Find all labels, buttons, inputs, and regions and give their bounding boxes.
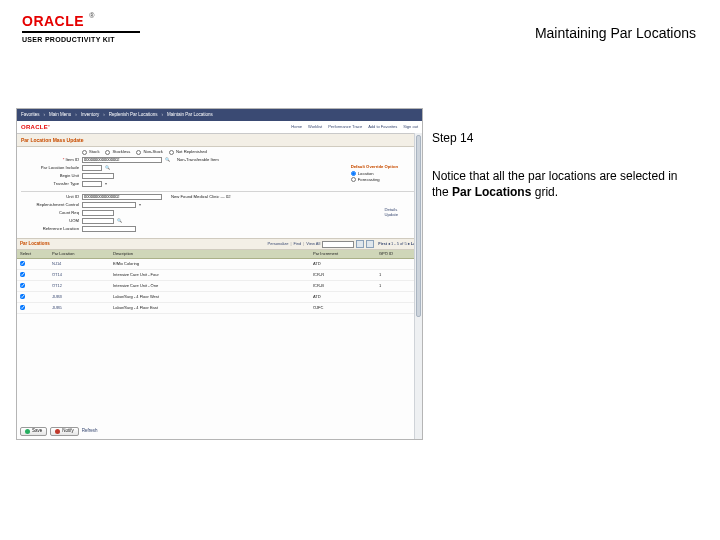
transfer-type-input[interactable] [82, 181, 102, 187]
row-checkbox[interactable] [20, 272, 25, 277]
mode-radios: Stock Stockless Non-Stock Not Replenishe… [82, 150, 207, 155]
parloc-link[interactable]: JUB3 [52, 294, 62, 299]
grid-controls: Personalize| Find| View All [268, 240, 375, 248]
app-oracle-logo: ORACLE' [21, 124, 50, 130]
notify-button[interactable]: Notify [50, 427, 79, 436]
parloc-link[interactable]: OT12 [52, 283, 62, 288]
parloc-link[interactable]: JUB5 [52, 305, 62, 310]
row-checkbox[interactable] [20, 283, 25, 288]
lookup-icon[interactable]: 🔍 [105, 166, 110, 170]
transfer-type-label: Transfer Type [21, 182, 79, 186]
col-inc[interactable]: Par Increment [310, 250, 376, 259]
parloc-link[interactable]: NJ14 [52, 261, 61, 266]
uom-input[interactable] [82, 218, 114, 224]
item-id-input[interactable] [82, 157, 162, 163]
repl-ctrl-input[interactable] [82, 202, 136, 208]
ref-loc-input[interactable] [82, 226, 136, 232]
cell-inc: OJFC [310, 303, 376, 314]
link-favorites[interactable]: Add to Favorites [368, 125, 397, 129]
find-input[interactable] [322, 241, 354, 248]
form-area: Stock Stockless Non-Stock Not Replenishe… [17, 147, 422, 238]
item-id-hint: Non-Transferable Item [177, 158, 219, 162]
instruction-bold: Par Locations [452, 185, 531, 199]
radio-notrepl-input[interactable] [169, 150, 174, 155]
radio-stock-input[interactable] [82, 150, 87, 155]
row-checkbox[interactable] [20, 261, 25, 266]
crumb-2[interactable]: Inventory [81, 113, 100, 118]
link-update[interactable]: Update [384, 213, 398, 217]
radio-nonstock[interactable]: Non-Stock [136, 150, 163, 155]
row-checkbox[interactable] [20, 294, 25, 299]
download-icon[interactable] [366, 240, 374, 248]
save-button[interactable]: Save [20, 427, 47, 436]
instruction-text-2: grid. [531, 185, 558, 199]
zoom-icon[interactable] [356, 240, 364, 248]
link-signout[interactable]: Sign out [403, 125, 418, 129]
repl-ctrl-label: Replenishment Control [21, 203, 79, 207]
scrollbar-thumb[interactable] [416, 135, 421, 317]
next-icon[interactable]: ▸ [408, 242, 410, 246]
cell-select [17, 259, 49, 270]
crumb-0[interactable]: Favorites [21, 113, 40, 118]
radio-stockless[interactable]: Stockless [105, 150, 130, 155]
link-find[interactable]: Find [294, 242, 302, 246]
radio-stock[interactable]: Stock [82, 150, 99, 155]
cell-parloc: NJ14 [49, 259, 110, 270]
link-home[interactable]: Home [291, 125, 302, 129]
first-link[interactable]: First [378, 242, 387, 246]
left-col: Par Location Include🔍 Begin Unit Transfe… [21, 165, 114, 189]
scrollbar[interactable] [414, 133, 422, 439]
unit-id-input[interactable] [82, 194, 162, 200]
right-col: Default Override Option Location Forecas… [351, 165, 398, 189]
radio-stockless-input[interactable] [105, 150, 110, 155]
par-locations-grid: Select Par Location Description Par Incr… [17, 250, 422, 314]
app-brand-bar: ORACLE' Home Worklist Performance Trace … [17, 121, 422, 134]
table-header-row: Select Par Location Description Par Incr… [17, 250, 422, 259]
count-req-label: Count Req [21, 211, 79, 215]
page-range: 1 - 5 of 5 [391, 242, 407, 246]
col-select[interactable]: Select [17, 250, 49, 259]
uom-label: UOM [21, 219, 79, 223]
col-parloc[interactable]: Par Location [49, 250, 110, 259]
crumb-4[interactable]: Maintain Par Locations [167, 113, 213, 118]
save-icon [25, 429, 30, 434]
cell-inc: ATD [310, 259, 376, 270]
refresh-link[interactable]: Refresh [82, 429, 98, 434]
prev-icon[interactable]: ◂ [388, 242, 390, 246]
chevron-down-icon[interactable]: ▾ [105, 182, 107, 186]
crumb-1[interactable]: Main Menu [49, 113, 71, 118]
col-desc[interactable]: Description [110, 250, 310, 259]
item-id-label: Item ID [21, 158, 79, 162]
begin-unit-input[interactable] [82, 173, 114, 179]
link-viewall[interactable]: View All [306, 242, 320, 246]
cell-inc: ICR-R [310, 270, 376, 281]
cell-parloc: OT12 [49, 281, 110, 292]
radio-nonstock-input[interactable] [136, 150, 141, 155]
lookup-icon[interactable]: 🔍 [117, 219, 122, 223]
link-perftrace[interactable]: Performance Trace [328, 125, 362, 129]
unit-id-hint: New Found Medical Clinic — 02 [171, 195, 231, 199]
chevron-down-icon[interactable]: ▾ [139, 203, 141, 207]
row-checkbox[interactable] [20, 305, 25, 310]
table-row: OT12Intensive Care Unit - OneICR-B1 [17, 281, 422, 292]
radio-location-input[interactable] [351, 171, 356, 176]
count-req-input[interactable] [82, 210, 114, 216]
link-worklist[interactable]: Worklist [308, 125, 322, 129]
parloc-link[interactable]: OT14 [52, 272, 62, 277]
brand-subtitle: USER PRODUCTIVITY KIT [22, 36, 152, 43]
cell-inc: ICR-B [310, 281, 376, 292]
cell-parloc: JUB5 [49, 303, 110, 314]
parloc-include-input[interactable] [82, 165, 102, 171]
radio-notrepl[interactable]: Not Replenished [169, 150, 207, 155]
link-personalize[interactable]: Personalize [268, 242, 289, 246]
ref-loc-label: Reference Location [21, 227, 79, 231]
begin-unit-label: Begin Unit [21, 174, 79, 178]
radio-location[interactable]: Location [351, 171, 398, 176]
radio-forecasting-input[interactable] [351, 177, 356, 182]
oracle-wordmark: ORACLE [22, 14, 84, 28]
table-row: OT14Intensive Care Unit - FourICR-R1 [17, 270, 422, 281]
radio-forecasting[interactable]: Forecasting [351, 177, 398, 182]
crumb-3[interactable]: Replenish Par Locations [109, 113, 158, 118]
cell-parloc: OT14 [49, 270, 110, 281]
lookup-icon[interactable]: 🔍 [165, 158, 170, 162]
